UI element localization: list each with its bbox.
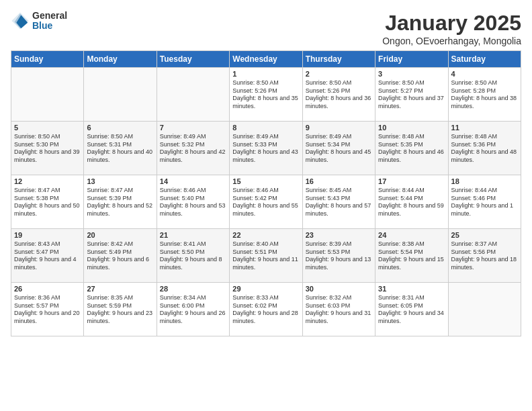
- day-number: 4: [451, 70, 518, 78]
- day-info-line: Sunrise: 8:44 AM: [451, 187, 518, 195]
- calendar-day-cell: 13Sunrise: 8:47 AMSunset: 5:39 PMDayligh…: [84, 175, 157, 229]
- day-info-line: Daylight: 9 hours and 6 minutes.: [87, 256, 153, 271]
- day-number: 12: [14, 177, 81, 185]
- day-info-line: Sunset: 5:33 PM: [232, 141, 299, 149]
- day-info-line: Sunset: 5:43 PM: [306, 195, 372, 203]
- day-info-line: Sunrise: 8:49 AM: [306, 133, 372, 141]
- day-info-line: Sunset: 5:35 PM: [378, 141, 445, 149]
- day-number: 31: [378, 285, 445, 293]
- day-info-line: Daylight: 8 hours and 37 minutes.: [378, 95, 445, 110]
- day-info-line: Sunset: 5:30 PM: [14, 141, 81, 149]
- day-info-line: Daylight: 8 hours and 35 minutes.: [232, 95, 299, 110]
- calendar-day-cell: 16Sunrise: 8:45 AMSunset: 5:43 PMDayligh…: [302, 175, 375, 229]
- day-number: 27: [87, 285, 153, 293]
- day-number: 10: [378, 124, 445, 132]
- day-number: 9: [306, 124, 372, 132]
- day-info-line: Sunset: 5:54 PM: [378, 248, 445, 257]
- calendar-day-cell: 14Sunrise: 8:46 AMSunset: 5:40 PMDayligh…: [157, 175, 229, 229]
- calendar-week-row: 5Sunrise: 8:50 AMSunset: 5:30 PMDaylight…: [11, 122, 521, 175]
- calendar-day-cell: 15Sunrise: 8:46 AMSunset: 5:42 PMDayligh…: [230, 175, 302, 229]
- day-of-week-header: Tuesday: [157, 51, 229, 68]
- calendar-day-cell: [11, 68, 84, 122]
- day-info-line: Sunset: 5:34 PM: [306, 141, 372, 149]
- day-info-line: Sunrise: 8:42 AM: [87, 240, 153, 248]
- day-info-line: Sunset: 5:56 PM: [451, 248, 518, 257]
- calendar-day-cell: 30Sunrise: 8:32 AMSunset: 6:03 PMDayligh…: [302, 283, 375, 336]
- day-number: 5: [14, 124, 81, 132]
- day-info-line: Daylight: 8 hours and 40 minutes.: [87, 148, 153, 164]
- day-number: 21: [160, 231, 226, 239]
- calendar-day-cell: 29Sunrise: 8:33 AMSunset: 6:02 PMDayligh…: [230, 283, 302, 336]
- day-info-line: Sunrise: 8:46 AM: [232, 187, 299, 195]
- day-of-week-header: Sunday: [11, 51, 84, 68]
- calendar-day-cell: 23Sunrise: 8:39 AMSunset: 5:53 PMDayligh…: [302, 229, 375, 283]
- day-info-line: Sunset: 5:36 PM: [451, 141, 518, 149]
- calendar-day-cell: 3Sunrise: 8:50 AMSunset: 5:27 PMDaylight…: [375, 68, 448, 122]
- day-info-line: Sunset: 5:51 PM: [232, 248, 299, 257]
- day-info-line: Daylight: 8 hours and 42 minutes.: [160, 148, 226, 164]
- day-info-line: Sunrise: 8:48 AM: [378, 133, 445, 141]
- day-info-line: Daylight: 9 hours and 20 minutes.: [14, 310, 81, 325]
- calendar-day-cell: 20Sunrise: 8:42 AMSunset: 5:49 PMDayligh…: [84, 229, 157, 283]
- calendar-day-cell: 4Sunrise: 8:50 AMSunset: 5:28 PMDaylight…: [448, 68, 521, 122]
- day-info-line: Sunset: 5:27 PM: [378, 87, 445, 95]
- day-info-line: Sunset: 5:32 PM: [160, 141, 226, 149]
- day-info-line: Sunrise: 8:50 AM: [87, 133, 153, 141]
- day-info-line: Sunset: 5:40 PM: [160, 195, 226, 203]
- calendar-day-cell: 21Sunrise: 8:41 AMSunset: 5:50 PMDayligh…: [157, 229, 229, 283]
- calendar-day-cell: 10Sunrise: 8:48 AMSunset: 5:35 PMDayligh…: [375, 122, 448, 175]
- calendar-day-cell: [157, 68, 229, 122]
- calendar-day-cell: 22Sunrise: 8:40 AMSunset: 5:51 PMDayligh…: [230, 229, 302, 283]
- day-number: 1: [232, 70, 299, 78]
- day-info-line: Daylight: 8 hours and 45 minutes.: [306, 148, 372, 164]
- day-info-line: Sunset: 5:49 PM: [87, 248, 153, 257]
- logo: General Blue: [11, 11, 67, 32]
- day-info-line: Sunrise: 8:43 AM: [14, 240, 81, 248]
- day-number: 3: [378, 70, 445, 78]
- day-info-line: Daylight: 8 hours and 43 minutes.: [232, 148, 299, 164]
- day-info-line: Daylight: 8 hours and 55 minutes.: [232, 202, 299, 218]
- day-info-line: Sunrise: 8:47 AM: [14, 187, 81, 195]
- calendar-day-cell: 24Sunrise: 8:38 AMSunset: 5:54 PMDayligh…: [375, 229, 448, 283]
- calendar-week-row: 26Sunrise: 8:36 AMSunset: 5:57 PMDayligh…: [11, 283, 521, 336]
- day-info-line: Sunrise: 8:40 AM: [232, 240, 299, 248]
- day-number: 7: [160, 124, 226, 132]
- day-info-line: Daylight: 9 hours and 28 minutes.: [232, 310, 299, 325]
- day-info-line: Daylight: 9 hours and 15 minutes.: [378, 256, 445, 271]
- day-info-line: Daylight: 9 hours and 31 minutes.: [306, 310, 372, 325]
- calendar-header-row: SundayMondayTuesdayWednesdayThursdayFrid…: [11, 51, 521, 68]
- logo-icon: [11, 11, 30, 30]
- day-number: 11: [451, 124, 518, 132]
- day-number: 16: [306, 177, 372, 185]
- day-info-line: Sunset: 5:38 PM: [14, 195, 81, 203]
- day-number: 20: [87, 231, 153, 239]
- day-number: 29: [232, 285, 299, 293]
- day-info-line: Daylight: 9 hours and 1 minute.: [451, 202, 518, 218]
- day-info-line: Sunset: 5:47 PM: [14, 248, 81, 257]
- day-number: 2: [306, 70, 372, 78]
- day-info-line: Daylight: 8 hours and 52 minutes.: [87, 202, 153, 218]
- calendar-day-cell: 8Sunrise: 8:49 AMSunset: 5:33 PMDaylight…: [230, 122, 302, 175]
- logo-general-text: General: [32, 11, 67, 21]
- day-info-line: Daylight: 8 hours and 46 minutes.: [378, 148, 445, 164]
- day-info-line: Sunrise: 8:31 AM: [378, 294, 445, 302]
- day-info-line: Daylight: 8 hours and 36 minutes.: [306, 95, 372, 110]
- day-info-line: Sunset: 5:57 PM: [14, 302, 81, 310]
- logo-text: General Blue: [32, 11, 67, 32]
- day-of-week-header: Wednesday: [230, 51, 302, 68]
- day-info-line: Sunset: 5:26 PM: [232, 87, 299, 95]
- day-info-line: Sunrise: 8:34 AM: [160, 294, 226, 302]
- calendar-table: SundayMondayTuesdayWednesdayThursdayFrid…: [11, 50, 521, 336]
- calendar-day-cell: 31Sunrise: 8:31 AMSunset: 6:05 PMDayligh…: [375, 283, 448, 336]
- day-info-line: Sunset: 6:03 PM: [306, 302, 372, 310]
- day-of-week-header: Saturday: [448, 51, 521, 68]
- calendar-day-cell: 19Sunrise: 8:43 AMSunset: 5:47 PMDayligh…: [11, 229, 84, 283]
- day-info-line: Sunset: 5:31 PM: [87, 141, 153, 149]
- day-info-line: Sunrise: 8:37 AM: [451, 240, 518, 248]
- day-number: 24: [378, 231, 445, 239]
- calendar-day-cell: 6Sunrise: 8:50 AMSunset: 5:31 PMDaylight…: [84, 122, 157, 175]
- day-info-line: Sunset: 6:00 PM: [160, 302, 226, 310]
- calendar-week-row: 19Sunrise: 8:43 AMSunset: 5:47 PMDayligh…: [11, 229, 521, 283]
- day-info-line: Daylight: 9 hours and 13 minutes.: [306, 256, 372, 271]
- calendar-day-cell: 27Sunrise: 8:35 AMSunset: 5:59 PMDayligh…: [84, 283, 157, 336]
